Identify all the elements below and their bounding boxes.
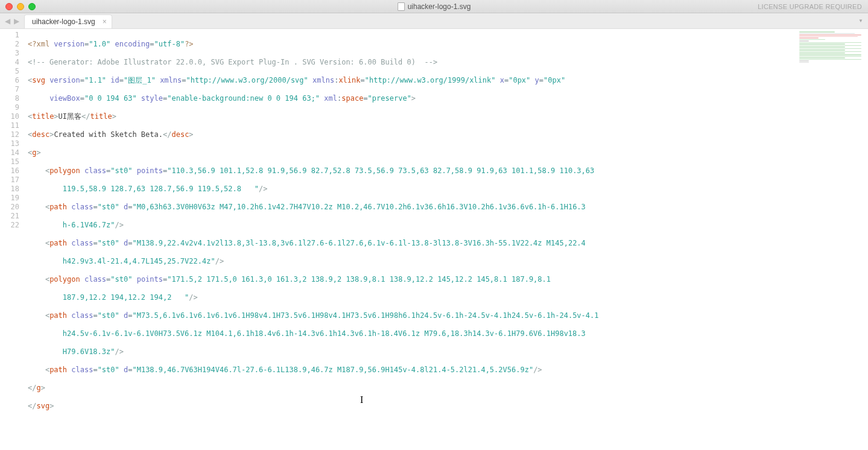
code-line: <desc>Created with Sketch Beta.</desc> — [28, 130, 864, 139]
line-number: 20 — [0, 203, 19, 212]
minimap-line — [799, 33, 855, 34]
line-number: 18 — [0, 185, 19, 194]
code-line: <g> — [28, 148, 864, 157]
maximize-icon[interactable] — [28, 3, 36, 10]
minimap-line — [799, 34, 861, 36]
line-number: 8 — [0, 94, 19, 103]
code-line: <path class="st0" d="M138.9,46.7V63H194V… — [28, 366, 864, 375]
minimap-line — [799, 40, 809, 42]
editor: 1 2 3 4 5 6 7 8 9 10 11 12 13 14 15 16 1… — [0, 29, 868, 450]
minimize-icon[interactable] — [17, 3, 24, 10]
titlebar: uihacker-logo-1.svg LICENSE UPGRADE REQU… — [0, 0, 868, 13]
line-number: 11 — [0, 121, 19, 130]
code-line: <polygon class="st0" points="110.3,56.9 … — [28, 166, 864, 176]
minimap-line — [799, 46, 845, 48]
close-icon[interactable] — [5, 3, 13, 10]
nav-forward-icon[interactable]: ▶ — [14, 17, 19, 25]
nav-arrows: ◀ ▶ — [0, 13, 24, 28]
line-number: 17 — [0, 176, 19, 185]
minimap-line — [799, 59, 861, 60]
line-number: 12 — [0, 130, 19, 139]
file-icon — [398, 2, 405, 11]
code-line: 119.5,58.9 128.7,63 128.7,56.9 119.5,52.… — [28, 185, 864, 194]
code-line: <title>UI黑客</title> — [28, 112, 864, 121]
window-title: uihacker-logo-1.svg — [398, 2, 471, 11]
code-area[interactable]: <?xml version="1.0" encoding="utf-8"?> <… — [24, 29, 868, 450]
minimap-line — [799, 45, 861, 46]
tab-dropdown-icon[interactable]: ▼ — [858, 13, 868, 28]
line-number: 9 — [0, 103, 19, 112]
code-line: viewBox="0 0 194 63" style="enable-backg… — [28, 94, 864, 103]
code-line: <path class="st0" d="M138.9,22.4v2v4.1v2… — [28, 239, 864, 248]
minimap-line — [799, 57, 845, 59]
code-line: <polygon class="st0" points="171.5,2 171… — [28, 275, 864, 284]
code-line — [28, 420, 864, 429]
line-number: 10 — [0, 112, 19, 121]
line-number: 15 — [0, 157, 19, 166]
minimap-line — [799, 60, 809, 62]
window-title-text: uihacker-logo-1.svg — [408, 2, 471, 11]
code-line: H79.6V18.3z"/> — [28, 347, 864, 357]
minimap-line — [799, 54, 861, 55]
minimap-line — [799, 36, 858, 37]
code-line: <path class="st0" d="M0,63h63.3V0H0V63z … — [28, 203, 864, 212]
code-line: <svg version="1.1" id="图层_1" xmlns="http… — [28, 76, 864, 85]
code-line: 187.9,12.2 194,12.2 194,2 "/> — [28, 293, 864, 302]
line-number: 4 — [0, 58, 19, 67]
line-number: 16 — [0, 166, 19, 176]
minimap-line — [799, 51, 861, 52]
traffic-lights — [0, 3, 36, 10]
line-number: 21 — [0, 212, 19, 221]
tab-label: uihacker-logo-1.svg — [32, 17, 95, 26]
line-number: 13 — [0, 139, 19, 148]
line-number: 22 — [0, 221, 19, 230]
nav-back-icon[interactable]: ◀ — [5, 17, 10, 25]
minimap-line — [799, 62, 809, 63]
tab-close-icon[interactable]: × — [103, 17, 107, 26]
line-number: 6 — [0, 76, 19, 85]
license-message: LICENSE UPGRADE REQUIRED — [758, 3, 868, 10]
gutter: 1 2 3 4 5 6 7 8 9 10 11 12 13 14 15 16 1… — [0, 29, 24, 450]
line-number: 1 — [0, 31, 19, 40]
line-number: 14 — [0, 148, 19, 157]
line-number: 2 — [0, 40, 19, 49]
minimap-line — [799, 52, 845, 54]
line-number: 5 — [0, 67, 19, 76]
minimap-line — [799, 56, 861, 57]
minimap-line — [799, 49, 845, 51]
code-line: h24.5v-6.1v-6.1v-6.1V0H73.5V6.1z M104.1,… — [28, 329, 864, 338]
line-number: 19 — [0, 194, 19, 203]
minimap-line — [799, 39, 825, 40]
tab-bar: ◀ ▶ uihacker-logo-1.svg × ▼ — [0, 13, 868, 29]
minimap-line — [799, 48, 861, 49]
text-cursor-icon: I — [360, 395, 363, 405]
code-line: h-6.1V46.7z"/> — [28, 221, 864, 230]
minimap-line — [799, 37, 819, 39]
code-line: </g> — [28, 384, 864, 393]
line-number: 7 — [0, 85, 19, 94]
minimap[interactable] — [796, 29, 868, 65]
minimap-line — [799, 43, 845, 45]
code-line: <!-- Generator: Adobe Illustrator 22.0.0… — [28, 58, 864, 67]
minimap-line — [799, 42, 861, 43]
tab-active[interactable]: uihacker-logo-1.svg × — [24, 14, 112, 28]
minimap-line — [799, 31, 835, 33]
code-line: </svg> — [28, 402, 864, 411]
line-number: 3 — [0, 49, 19, 58]
code-line: h42.9v3.4l-21.4,4.7L145,25.7V22.4z"/> — [28, 257, 864, 266]
code-line: <?xml version="1.0" encoding="utf-8"?> — [28, 40, 864, 49]
code-line: <path class="st0" d="M73.5,6.1v6.1v6.1v6… — [28, 311, 864, 320]
